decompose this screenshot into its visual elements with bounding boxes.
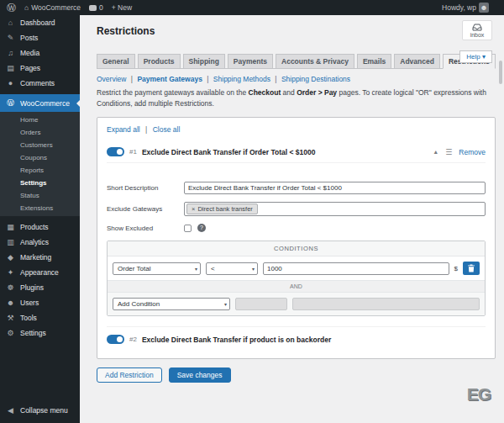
appearance-icon: ✦ <box>6 268 15 277</box>
short-description-input[interactable] <box>184 182 486 194</box>
sidebar-item-dashboard[interactable]: ⌂ Dashboard <box>0 15 80 30</box>
howdy-label: Howdy, wp <box>442 3 476 12</box>
products-icon: ▦ <box>6 223 15 231</box>
sidebar-item-posts[interactable]: ✎ Posts <box>0 30 80 45</box>
disabled-operator-placeholder <box>235 298 287 310</box>
restriction-2-toggle[interactable] <box>107 335 124 344</box>
submenu-item-customers[interactable]: Customers <box>0 139 80 151</box>
collapse-up-icon[interactable]: ▲ <box>433 149 438 155</box>
exclude-gateways-label: Exclude Gateways <box>107 205 184 213</box>
collapse-menu-button[interactable]: ◀ Collapse menu <box>0 403 80 418</box>
wordpress-logo-icon: Ⓦ <box>7 3 16 13</box>
subnav-separator: | <box>207 75 208 83</box>
submenu-item-home[interactable]: Home <box>0 114 80 126</box>
description-text: and <box>281 88 297 97</box>
page-title: Restrictions <box>97 25 492 37</box>
tab-payments[interactable]: Payments <box>228 54 273 69</box>
remove-tag-icon[interactable]: × <box>192 205 195 213</box>
sidebar-item-label: WooCommerce <box>20 99 70 108</box>
sidebar-item-woocommerce[interactable]: Ⓦ WooCommerce <box>0 94 80 112</box>
site-menu[interactable]: ⌂ WooCommerce <box>24 3 81 12</box>
marketing-icon: ◆ <box>6 253 15 262</box>
submenu-item-extensions[interactable]: Extensions <box>0 202 80 214</box>
restriction-1-title: Exclude Direct Bank Transfer if Order To… <box>142 148 428 156</box>
comments-bubble[interactable]: 0 <box>89 3 103 12</box>
restriction-1-header: #1 Exclude Direct Bank Transfer if Order… <box>107 142 486 163</box>
remove-restriction-link[interactable]: Remove <box>459 148 486 156</box>
delete-condition-button[interactable] <box>463 262 480 275</box>
submenu-item-settings[interactable]: Settings <box>0 177 80 189</box>
submenu-item-coupons[interactable]: Coupons <box>0 151 80 164</box>
scrollbar-thumb[interactable] <box>499 61 502 84</box>
sidebar-item-label: Comments <box>20 79 55 87</box>
new-label: + New <box>112 3 132 12</box>
settings-icon: ⚙ <box>6 329 15 337</box>
subnav-payment-gateways[interactable]: Payment Gateways <box>137 75 202 83</box>
help-tab[interactable]: Help ▾ <box>459 50 492 63</box>
exclude-gateways-input[interactable]: × Direct bank transfer <box>184 202 486 216</box>
help-label: Help ▾ <box>466 53 486 61</box>
sidebar-item-label: Products <box>20 223 49 231</box>
pages-icon: ▤ <box>6 64 15 72</box>
tab-products[interactable]: Products <box>138 54 181 69</box>
comment-bubble-icon <box>89 5 97 11</box>
submenu-item-orders[interactable]: Orders <box>0 126 80 139</box>
chevron-down-icon: ▾ <box>224 301 227 307</box>
tab-general[interactable]: General <box>97 54 135 69</box>
tab-accounts-privacy[interactable]: Accounts & Privacy <box>276 54 354 69</box>
wp-logo-menu[interactable]: Ⓦ <box>7 3 16 13</box>
sidebar-item-appearance[interactable]: ✦ Appearance <box>0 265 80 280</box>
restriction-1-toggle[interactable] <box>107 147 124 156</box>
submenu-item-reports[interactable]: Reports <box>0 164 80 177</box>
subnav-shipping-destinations[interactable]: Shipping Destinations <box>281 75 350 83</box>
subnav-separator: | <box>131 75 133 83</box>
condition-row: Order Total ▾ < ▾ $ <box>108 256 485 280</box>
condition-field-select[interactable]: Order Total ▾ <box>113 262 201 275</box>
woocommerce-icon: Ⓦ <box>6 98 15 108</box>
sidebar-item-label: Users <box>20 299 39 307</box>
plugins-icon: ☸ <box>6 283 15 292</box>
sidebar-item-analytics[interactable]: ▥ Analytics <box>0 235 80 250</box>
gateway-tag-label: Direct bank transfer <box>197 205 252 213</box>
sidebar-item-marketing[interactable]: ◆ Marketing <box>0 250 80 265</box>
sidebar-item-plugins[interactable]: ☸ Plugins <box>0 280 80 295</box>
sidebar-item-pages[interactable]: ▤ Pages <box>0 61 80 76</box>
sidebar-item-tools[interactable]: ⚒ Tools <box>0 310 80 325</box>
subnav-shipping-methods[interactable]: Shipping Methods <box>213 75 270 83</box>
submenu-item-status[interactable]: Status <box>0 189 80 202</box>
condition-operator-select[interactable]: < ▾ <box>206 262 258 275</box>
condition-amount-input[interactable] <box>263 262 449 275</box>
subnav-overview[interactable]: Overview <box>97 75 126 83</box>
howdy-account-menu[interactable]: Howdy, wp ☻ <box>442 3 489 13</box>
add-condition-select[interactable]: Add Condition ▾ <box>113 298 230 310</box>
woocommerce-submenu: Home Orders Customers Coupons Reports Se… <box>0 112 80 216</box>
toggle-knob <box>117 149 123 155</box>
add-restriction-button[interactable]: Add Restriction <box>97 367 162 383</box>
tab-shipping[interactable]: Shipping <box>183 54 225 69</box>
sidebar-item-products[interactable]: ▦ Products <box>0 219 80 235</box>
disabled-value-placeholder <box>292 298 480 310</box>
tab-emails[interactable]: Emails <box>357 54 391 69</box>
inbox-button[interactable]: inbox <box>462 20 492 40</box>
admin-sidebar: ⌂ Dashboard ✎ Posts ♫ Media ▤ Pages ● Co… <box>0 15 80 423</box>
drag-handle-icon[interactable]: ☰ <box>445 148 452 156</box>
conditions-header: CONDITIONS <box>108 241 485 256</box>
sidebar-item-settings[interactable]: ⚙ Settings <box>0 325 80 341</box>
site-name: WooCommerce <box>31 3 81 12</box>
help-tip-icon[interactable]: ? <box>197 224 206 232</box>
save-changes-button[interactable]: Save changes <box>169 367 231 383</box>
sidebar-item-media[interactable]: ♫ Media <box>0 45 80 61</box>
sidebar-item-users[interactable]: ☻ Users <box>0 295 80 310</box>
close-all-link[interactable]: Close all <box>153 125 181 134</box>
description-text: Restrict the payment gateways available … <box>97 88 249 97</box>
chevron-down-icon: ▾ <box>195 266 197 272</box>
footer-buttons: Add Restriction Save changes <box>97 367 492 383</box>
new-content-menu[interactable]: + New <box>112 3 132 12</box>
restriction-2-header: #2 Exclude Direct Bank Transfer if produ… <box>107 326 486 350</box>
show-excluded-checkbox[interactable] <box>184 225 192 232</box>
short-description-label: Short Description <box>107 184 184 192</box>
sidebar-item-comments[interactable]: ● Comments <box>0 76 80 91</box>
tab-advanced[interactable]: Advanced <box>394 54 440 69</box>
collapse-menu-label: Collapse menu <box>20 406 68 415</box>
expand-all-link[interactable]: Expand all <box>107 125 140 134</box>
